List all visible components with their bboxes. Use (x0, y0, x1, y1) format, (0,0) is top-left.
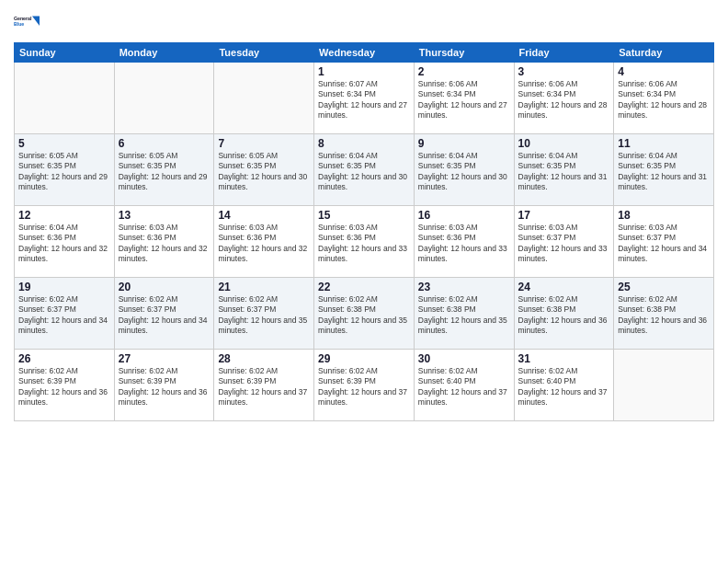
day-info: Sunrise: 6:02 AMSunset: 6:39 PMDaylight:… (318, 366, 410, 408)
calendar-cell (614, 350, 714, 421)
day-info: Sunrise: 6:05 AMSunset: 6:35 PMDaylight:… (119, 151, 210, 193)
svg-marker-2 (32, 17, 40, 26)
calendar-cell: 1Sunrise: 6:07 AMSunset: 6:34 PMDaylight… (314, 63, 415, 134)
day-number: 16 (418, 209, 510, 222)
calendar-cell: 2Sunrise: 6:06 AMSunset: 6:34 PMDaylight… (414, 63, 514, 134)
weekday-header-wednesday: Wednesday (314, 43, 415, 63)
day-info: Sunrise: 6:02 AMSunset: 6:38 PMDaylight:… (518, 294, 610, 337)
calendar-cell: 19Sunrise: 6:02 AMSunset: 6:37 PMDayligh… (15, 278, 115, 350)
day-number: 23 (418, 281, 510, 293)
day-info: Sunrise: 6:03 AMSunset: 6:36 PMDaylight:… (119, 223, 210, 265)
calendar-cell (214, 63, 314, 134)
day-info: Sunrise: 6:06 AMSunset: 6:34 PMDaylight:… (418, 79, 510, 121)
calendar-cell: 13Sunrise: 6:03 AMSunset: 6:36 PMDayligh… (114, 206, 214, 278)
day-info: Sunrise: 6:05 AMSunset: 6:35 PMDaylight:… (18, 151, 110, 193)
calendar-cell: 28Sunrise: 6:02 AMSunset: 6:39 PMDayligh… (214, 350, 314, 421)
day-number: 10 (518, 137, 610, 150)
day-number: 29 (318, 352, 410, 365)
calendar-cell: 20Sunrise: 6:02 AMSunset: 6:37 PMDayligh… (114, 278, 214, 350)
calendar-cell: 27Sunrise: 6:02 AMSunset: 6:39 PMDayligh… (114, 350, 214, 421)
calendar-table: SundayMondayTuesdayWednesdayThursdayFrid… (14, 42, 714, 421)
day-number: 12 (18, 209, 110, 222)
day-info: Sunrise: 6:03 AMSunset: 6:36 PMDaylight:… (318, 223, 410, 265)
day-number: 20 (119, 281, 210, 293)
calendar-cell: 14Sunrise: 6:03 AMSunset: 6:36 PMDayligh… (214, 206, 314, 278)
calendar-cell: 11Sunrise: 6:04 AMSunset: 6:35 PMDayligh… (614, 134, 714, 206)
calendar-cell (15, 63, 115, 134)
calendar-cell: 6Sunrise: 6:05 AMSunset: 6:35 PMDaylight… (114, 134, 214, 206)
weekday-header-tuesday: Tuesday (214, 43, 314, 63)
weekday-header-row: SundayMondayTuesdayWednesdayThursdayFrid… (15, 43, 714, 63)
day-info: Sunrise: 6:04 AMSunset: 6:35 PMDaylight:… (618, 151, 710, 193)
day-info: Sunrise: 6:02 AMSunset: 6:38 PMDaylight:… (418, 294, 510, 337)
day-number: 24 (518, 281, 610, 293)
svg-text:General: General (14, 16, 32, 21)
logo: GeneralBlue (14, 9, 40, 35)
calendar-cell: 16Sunrise: 6:03 AMSunset: 6:36 PMDayligh… (414, 206, 514, 278)
day-number: 15 (318, 209, 410, 222)
calendar-cell: 10Sunrise: 6:04 AMSunset: 6:35 PMDayligh… (514, 134, 614, 206)
calendar-cell: 22Sunrise: 6:02 AMSunset: 6:38 PMDayligh… (314, 278, 415, 350)
day-info: Sunrise: 6:02 AMSunset: 6:40 PMDaylight:… (518, 366, 610, 408)
day-number: 11 (618, 137, 710, 150)
day-number: 22 (318, 281, 410, 293)
calendar-cell: 24Sunrise: 6:02 AMSunset: 6:38 PMDayligh… (514, 278, 614, 350)
calendar-cell (114, 63, 214, 134)
day-info: Sunrise: 6:03 AMSunset: 6:36 PMDaylight:… (218, 223, 310, 265)
weekday-header-thursday: Thursday (414, 43, 514, 63)
calendar-cell: 17Sunrise: 6:03 AMSunset: 6:37 PMDayligh… (514, 206, 614, 278)
header: GeneralBlue (14, 9, 714, 35)
svg-text:Blue: Blue (14, 21, 24, 27)
calendar-cell: 15Sunrise: 6:03 AMSunset: 6:36 PMDayligh… (314, 206, 415, 278)
calendar-week-row: 26Sunrise: 6:02 AMSunset: 6:39 PMDayligh… (15, 350, 714, 421)
day-info: Sunrise: 6:02 AMSunset: 6:39 PMDaylight:… (218, 366, 310, 408)
weekday-header-sunday: Sunday (15, 43, 115, 63)
calendar-cell: 29Sunrise: 6:02 AMSunset: 6:39 PMDayligh… (314, 350, 415, 421)
day-info: Sunrise: 6:04 AMSunset: 6:35 PMDaylight:… (518, 151, 610, 193)
day-info: Sunrise: 6:02 AMSunset: 6:38 PMDaylight:… (318, 294, 410, 337)
logo-icon: GeneralBlue (14, 9, 40, 35)
day-info: Sunrise: 6:02 AMSunset: 6:37 PMDaylight:… (18, 294, 110, 337)
calendar-cell: 8Sunrise: 6:04 AMSunset: 6:35 PMDaylight… (314, 134, 415, 206)
day-info: Sunrise: 6:03 AMSunset: 6:36 PMDaylight:… (418, 223, 510, 265)
calendar-week-row: 12Sunrise: 6:04 AMSunset: 6:36 PMDayligh… (15, 206, 714, 278)
day-info: Sunrise: 6:02 AMSunset: 6:37 PMDaylight:… (218, 294, 310, 337)
day-info: Sunrise: 6:04 AMSunset: 6:35 PMDaylight:… (318, 151, 410, 193)
day-number: 31 (518, 352, 610, 365)
day-number: 14 (218, 209, 310, 222)
calendar-cell: 21Sunrise: 6:02 AMSunset: 6:37 PMDayligh… (214, 278, 314, 350)
day-number: 27 (119, 352, 210, 365)
day-number: 7 (218, 137, 310, 150)
day-number: 17 (518, 209, 610, 222)
day-number: 9 (418, 137, 510, 150)
day-number: 8 (318, 137, 410, 150)
day-number: 2 (418, 65, 510, 78)
calendar-cell: 7Sunrise: 6:05 AMSunset: 6:35 PMDaylight… (214, 134, 314, 206)
day-number: 13 (119, 209, 210, 222)
day-number: 21 (218, 281, 310, 293)
calendar-cell: 9Sunrise: 6:04 AMSunset: 6:35 PMDaylight… (414, 134, 514, 206)
calendar-cell: 25Sunrise: 6:02 AMSunset: 6:38 PMDayligh… (614, 278, 714, 350)
day-number: 18 (618, 209, 710, 222)
weekday-header-monday: Monday (114, 43, 214, 63)
day-info: Sunrise: 6:02 AMSunset: 6:40 PMDaylight:… (418, 366, 510, 408)
calendar-cell: 12Sunrise: 6:04 AMSunset: 6:36 PMDayligh… (15, 206, 115, 278)
day-number: 26 (18, 352, 110, 365)
day-number: 5 (18, 137, 110, 150)
day-number: 19 (18, 281, 110, 293)
calendar-cell: 31Sunrise: 6:02 AMSunset: 6:40 PMDayligh… (514, 350, 614, 421)
day-info: Sunrise: 6:05 AMSunset: 6:35 PMDaylight:… (218, 151, 310, 193)
day-info: Sunrise: 6:02 AMSunset: 6:39 PMDaylight:… (18, 366, 110, 408)
day-info: Sunrise: 6:04 AMSunset: 6:36 PMDaylight:… (18, 223, 110, 265)
day-info: Sunrise: 6:03 AMSunset: 6:37 PMDaylight:… (618, 223, 710, 265)
calendar-cell: 5Sunrise: 6:05 AMSunset: 6:35 PMDaylight… (15, 134, 115, 206)
day-info: Sunrise: 6:07 AMSunset: 6:34 PMDaylight:… (318, 79, 410, 121)
day-info: Sunrise: 6:02 AMSunset: 6:39 PMDaylight:… (119, 366, 210, 408)
day-info: Sunrise: 6:04 AMSunset: 6:35 PMDaylight:… (418, 151, 510, 193)
day-number: 28 (218, 352, 310, 365)
day-number: 1 (318, 65, 410, 78)
day-info: Sunrise: 6:02 AMSunset: 6:37 PMDaylight:… (119, 294, 210, 337)
calendar-cell: 3Sunrise: 6:06 AMSunset: 6:34 PMDaylight… (514, 63, 614, 134)
day-info: Sunrise: 6:03 AMSunset: 6:37 PMDaylight:… (518, 223, 610, 265)
calendar-cell: 23Sunrise: 6:02 AMSunset: 6:38 PMDayligh… (414, 278, 514, 350)
